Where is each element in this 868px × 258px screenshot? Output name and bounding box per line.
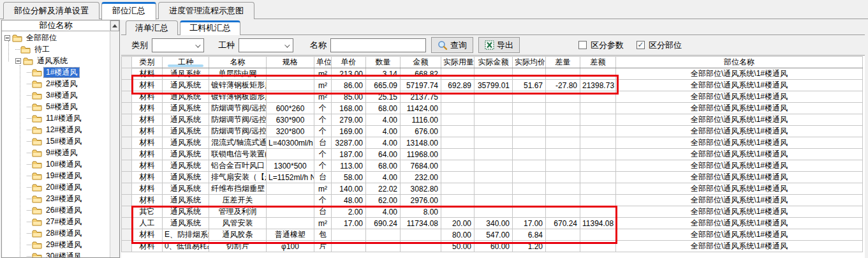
cell-类别[interactable]: 材料 (132, 149, 163, 160)
cell-实际均价[interactable] (513, 126, 546, 137)
column-header-差额[interactable]: 差额 (580, 57, 616, 68)
top-tab-part-breakdown[interactable]: 部位分解及清单设置 (3, 2, 99, 19)
row-indicator[interactable] (122, 103, 132, 114)
cell-单价[interactable]: 140.00 (332, 183, 366, 195)
cell-类别[interactable]: 其它 (132, 206, 163, 218)
cell-单价[interactable]: 48.00 (332, 195, 366, 206)
tree-item-15#楼通风[interactable]: 15#楼通风 (2, 135, 110, 147)
column-header-工种[interactable]: 工种 (163, 57, 209, 68)
cell-实际金额[interactable] (474, 172, 513, 183)
cell-实际用量[interactable]: 80.00 (441, 229, 474, 241)
table-row[interactable]: 材料E、防排烟系统通风胶条普通橡塑包80.00547.006.84全部部位\通风… (122, 229, 863, 241)
cell-实际均价[interactable] (513, 160, 546, 172)
cell-名称[interactable]: 通风胶条 (209, 229, 267, 241)
cell-名称[interactable]: 压差开关 (209, 195, 267, 206)
column-header-数量[interactable]: 数量 (366, 57, 401, 68)
cell-规格[interactable] (267, 68, 314, 80)
cell-实际均价[interactable] (513, 68, 546, 80)
cell-单位[interactable]: 个 (314, 103, 332, 114)
search-button[interactable]: 查询 (431, 37, 473, 53)
cell-数量[interactable]: 64.00 (366, 149, 401, 160)
cell-差量[interactable] (546, 172, 580, 183)
cell-差额[interactable] (580, 68, 616, 80)
cell-名称[interactable]: 联锁电信号装置(已 (209, 149, 267, 160)
cell-部位名称[interactable]: 全部部位\通风系统\1#楼通风 (616, 80, 863, 91)
column-header-实际金额[interactable]: 实际金额 (474, 57, 513, 68)
cell-名称[interactable]: 纤维布挡烟垂壁 (209, 183, 267, 195)
cell-金额[interactable]: 8.00 (401, 206, 441, 218)
cell-工种[interactable]: 通风系统 (163, 172, 209, 183)
cell-单价[interactable]: 279.00 (332, 114, 366, 126)
cell-类别[interactable]: 材料 (132, 183, 163, 195)
tree-item-11#楼通风[interactable]: 11#楼通风 (2, 112, 110, 124)
cell-规格[interactable]: 320*800 (267, 126, 314, 137)
cell-差量[interactable] (546, 68, 580, 80)
tree-item-10#楼通风[interactable]: 10#楼通风 (2, 158, 110, 170)
cell-实际均价[interactable] (513, 149, 546, 160)
cell-规格[interactable]: 普通橡塑 (267, 229, 314, 241)
cell-单位[interactable]: m² (314, 183, 332, 195)
cell-单价[interactable]: 169.00 (332, 126, 366, 137)
row-indicator[interactable] (122, 137, 132, 149)
tree-item-全部部位[interactable]: 全部部位 (3, 32, 110, 43)
cell-类别[interactable]: 材料 (132, 160, 163, 172)
cell-名称[interactable]: 防烟调节阀/远控排烟 (209, 114, 267, 126)
cell-实际金额[interactable]: 60.00 (474, 241, 513, 252)
tree-item-29#楼通风[interactable]: 29#楼通风 (2, 239, 110, 250)
cell-实际金额[interactable] (474, 126, 513, 137)
cell-实际金额[interactable] (474, 103, 513, 114)
cell-金额[interactable]: 7684.00 (401, 160, 441, 172)
cell-名称[interactable]: 镀锌薄钢板圆形风管 (209, 91, 267, 103)
cell-部位名称[interactable]: 全部部位\通风系统\1#楼通风 (616, 241, 863, 252)
cell-实际均价[interactable] (513, 114, 546, 126)
cell-名称[interactable]: 风管安装 (209, 218, 267, 229)
cell-工种[interactable]: 0、低值易耗品 (163, 241, 209, 252)
cell-实际用量[interactable] (441, 206, 474, 218)
cell-规格[interactable]: 600*260 (267, 103, 314, 114)
cell-部位名称[interactable]: 全部部位\通风系统\1#楼通风 (616, 149, 863, 160)
cell-数量[interactable]: 4.00 (366, 126, 401, 137)
cell-数量[interactable]: 4.00 (366, 137, 401, 149)
cell-差额[interactable] (580, 241, 616, 252)
cell-部位名称[interactable]: 全部部位\通风系统\1#楼通风 (616, 172, 863, 183)
cell-规格[interactable]: 1300*500 (267, 160, 314, 172)
tree-item-待工[interactable]: 待工 (2, 43, 110, 55)
cell-差量[interactable] (546, 137, 580, 149)
cell-工种[interactable]: 通风系统 (163, 206, 209, 218)
column-header-部位名称[interactable]: 部位名称 (616, 57, 863, 68)
checkbox-distinguish-params[interactable] (578, 41, 587, 49)
table-row[interactable]: 材料0、低值易耗品切割片φ100片50.0060.001.20全部部位\通风系统… (122, 241, 863, 252)
cell-名称[interactable]: 混流式/轴流式通风 (209, 137, 267, 149)
cell-单位[interactable]: 个 (314, 126, 332, 137)
cell-单位[interactable]: 台 (314, 172, 332, 183)
cell-实际用量[interactable] (441, 149, 474, 160)
tree-item-23#楼通风[interactable]: 23#楼通风 (2, 193, 110, 204)
cell-单位[interactable]: 片 (314, 241, 332, 252)
cell-单价[interactable]: 168.00 (332, 103, 366, 114)
cell-单位[interactable]: 台 (314, 137, 332, 149)
column-header-差量[interactable]: 差量 (546, 57, 580, 68)
cell-部位名称[interactable]: 全部部位\通风系统\1#楼通风 (616, 126, 863, 137)
table-row[interactable]: 材料通风系统联锁电信号装置(已个187.0064.0011968.00全部部位\… (122, 149, 863, 160)
cell-实际均价[interactable]: 6.84 (513, 229, 546, 241)
cell-实际金额[interactable] (474, 195, 513, 206)
top-tab-progress-flow[interactable]: 进度管理流程示意图 (158, 2, 254, 19)
cell-实际金额[interactable] (474, 160, 513, 172)
cell-实际金额[interactable] (474, 137, 513, 149)
cell-实际用量[interactable] (441, 172, 474, 183)
checkbox-distinguish-parts[interactable]: ✓ (636, 41, 645, 49)
row-indicator[interactable] (122, 68, 132, 80)
cell-单位[interactable]: m² (314, 80, 332, 91)
table-row[interactable]: 材料通风系统单层防虫网m²213.003.14668.82全部部位\通风系统\1… (122, 68, 863, 80)
cell-规格[interactable] (267, 91, 314, 103)
part-tree-scrollbar[interactable] (110, 20, 119, 257)
cell-规格[interactable] (267, 195, 314, 206)
cell-实际用量[interactable] (441, 68, 474, 80)
table-row[interactable]: 材料通风系统混流式/轴流式通风L=40300ml/h台3287.004.0013… (122, 137, 863, 149)
cell-金额[interactable]: 13148.00 (401, 137, 441, 149)
cell-实际用量[interactable] (441, 91, 474, 103)
cell-差量[interactable] (546, 149, 580, 160)
row-indicator[interactable] (122, 206, 132, 218)
cell-实际金额[interactable]: 547.00 (474, 229, 513, 241)
cell-类别[interactable]: 材料 (132, 241, 163, 252)
